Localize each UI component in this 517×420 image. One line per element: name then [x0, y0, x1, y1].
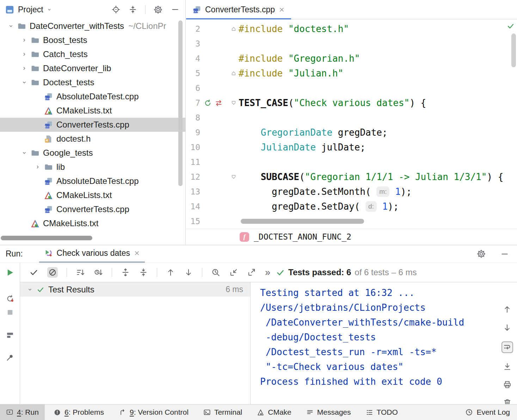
breadcrumb-function-name[interactable]: _DOCTEST_ANON_FUNC_2 — [254, 232, 351, 241]
tree-item-label: Catch_tests — [43, 49, 88, 59]
import-test-results-icon[interactable] — [229, 268, 238, 277]
statusbar-item-terminal[interactable]: Terminal — [197, 404, 248, 420]
code-text[interactable]: #include "Julian.h" — [239, 66, 517, 81]
statusbar-item-problems[interactable]: 6: Problems — [48, 404, 110, 420]
fold-marker-icon[interactable] — [231, 100, 236, 105]
tree-item[interactable]: Boost_tests — [0, 33, 185, 47]
tree-item[interactable]: Catch_tests — [0, 47, 185, 61]
tree-item[interactable]: lib — [0, 160, 185, 174]
statusbar-item-versioncontrol[interactable]: 9: Version Control — [113, 404, 195, 420]
statusbar-item-messages[interactable]: Messages — [300, 404, 357, 420]
chevron-right-icon[interactable] — [35, 164, 41, 170]
project-panel-header: Project — [0, 0, 185, 19]
stop-icon[interactable] — [6, 308, 14, 317]
next-occurrence-icon[interactable] — [184, 268, 193, 277]
tree-item[interactable]: Google_tests — [0, 146, 185, 160]
code-text[interactable]: JulianDate julDate; — [239, 140, 517, 155]
test-history-icon[interactable] — [211, 268, 220, 277]
code-text[interactable] — [239, 36, 517, 51]
tree-item[interactable]: C++ConverterTests.cpp — [0, 202, 185, 216]
project-horizontal-scrollbar[interactable] — [1, 236, 92, 240]
run-panel-header: Run: Check various dates — [0, 245, 517, 263]
code-text[interactable] — [239, 155, 517, 169]
rerun-icon[interactable] — [5, 268, 15, 277]
sort-by-duration-icon[interactable] — [94, 268, 103, 277]
code-text[interactable] — [239, 81, 517, 95]
tree-item[interactable]: DateConverter_lib — [0, 61, 185, 75]
options-gear-icon[interactable] — [153, 5, 163, 14]
close-tab-icon[interactable] — [279, 7, 285, 13]
scroll-up-icon[interactable] — [503, 305, 512, 314]
tree-item[interactable]: Hdoctest.h — [0, 132, 185, 146]
editor-tab-convertertests[interactable]: C++ ConverterTests.cpp — [186, 0, 291, 19]
tree-item-label: AbsoluteDateTest.cpp — [56, 176, 139, 186]
collapse-all-icon[interactable] — [139, 268, 148, 277]
rerun-failed-tests-icon[interactable] — [6, 294, 14, 303]
console-output[interactable]: Testing started at 16:32 .../Users/jetbr… — [251, 282, 497, 404]
pin-tab-icon[interactable] — [6, 353, 14, 362]
fold-marker-icon[interactable] — [231, 174, 236, 179]
tree-item[interactable]: C++AbsoluteDateTest.cpp — [0, 89, 185, 104]
statusbar-item-todo[interactable]: TODO — [360, 404, 404, 420]
restore-layout-icon[interactable] — [6, 331, 14, 340]
code-line: 12 SUBCASE("Gregorian 1/1/1 -> Julian 1/… — [186, 169, 517, 184]
code-text[interactable]: TEST_CASE("Check various dates") { — [239, 95, 517, 110]
tree-item[interactable]: C++AbsoluteDateTest.cpp — [0, 174, 185, 188]
test-results-row[interactable]: Test Results 6 ms — [20, 282, 250, 297]
soft-wrap-icon[interactable] — [501, 341, 513, 353]
filter-ignored-icon[interactable] — [48, 268, 57, 277]
export-test-results-icon[interactable] — [247, 268, 256, 277]
run-test-gutter-icon[interactable] — [204, 99, 212, 107]
tree-item[interactable]: C++ConverterTests.cpp — [0, 118, 185, 132]
run-settings-gear-icon[interactable] — [476, 249, 486, 259]
tree-item[interactable]: DateConverter_withTests~/CLionPr — [0, 19, 185, 33]
editor-vertical-scrollbar[interactable] — [511, 33, 516, 67]
previous-occurrence-icon[interactable] — [166, 268, 175, 277]
tree-item[interactable]: CMakeLists.txt — [0, 188, 185, 202]
inspections-ok-icon[interactable] — [507, 22, 515, 30]
sort-alphabetically-icon[interactable] — [76, 268, 85, 277]
run-config-tab[interactable]: Check various dates — [39, 245, 145, 263]
code-text[interactable]: SUBCASE("Gregorian 1/1/1 -> Julian 1/3/1… — [239, 169, 517, 184]
scroll-down-icon[interactable] — [503, 323, 512, 332]
hide-run-panel-icon[interactable] — [500, 249, 509, 259]
chevron-right-icon[interactable] — [21, 37, 27, 43]
code-text[interactable]: gregDate.SetMonth( m: 1); — [239, 184, 517, 199]
editor-horizontal-scrollbar[interactable] — [241, 219, 364, 224]
chevron-down-icon[interactable] — [8, 23, 14, 29]
code-text[interactable]: GregorianDate gregDate; — [239, 125, 517, 140]
statusbar-item-run[interactable]: 4: Run — [0, 404, 45, 420]
code-editor[interactable]: 2#include "doctest.h"34#include "Gregori… — [186, 19, 517, 229]
chevron-right-icon[interactable] — [21, 66, 27, 71]
chevron-down-icon[interactable] — [21, 150, 27, 156]
select-opened-file-icon[interactable] — [111, 5, 121, 14]
expand-all-icon[interactable] — [121, 268, 130, 277]
run-tool-window: Run: Check various dates » Tests passed:… — [0, 245, 517, 404]
collapse-all-icon[interactable] — [128, 5, 137, 14]
tree-item[interactable]: CMakeLists.txt — [0, 104, 185, 118]
chevron-right-icon[interactable] — [21, 51, 27, 57]
project-vertical-scrollbar[interactable] — [178, 20, 183, 186]
more-icon[interactable]: » — [265, 268, 270, 277]
print-icon[interactable] — [503, 380, 512, 389]
chevron-down-icon[interactable] — [27, 287, 33, 292]
tree-item[interactable]: CMakeLists.txt — [0, 216, 185, 230]
fold-marker-icon[interactable] — [231, 26, 236, 31]
code-text[interactable] — [239, 110, 517, 125]
scroll-to-end-icon[interactable] — [503, 362, 512, 371]
code-text[interactable]: #include "doctest.h" — [239, 21, 517, 36]
chevron-down-icon[interactable] — [21, 80, 27, 85]
code-text[interactable]: #include "Gregorian.h" — [239, 51, 517, 66]
hide-panel-icon[interactable] — [171, 5, 180, 14]
code-text[interactable]: gregDate.SetDay( d: 1); — [239, 199, 517, 214]
project-view-chevron-icon[interactable] — [47, 7, 52, 12]
cmake-icon — [44, 106, 53, 115]
rerun-test-gutter-icon[interactable] — [215, 99, 223, 107]
statusbar-event-log[interactable]: Event Log — [458, 404, 517, 420]
close-run-tab-icon[interactable] — [134, 250, 140, 256]
filter-passed-icon[interactable] — [29, 268, 38, 277]
fold-marker-icon[interactable] — [231, 71, 236, 76]
statusbar-item-cmake[interactable]: CMake — [251, 404, 297, 420]
project-view-title[interactable]: Project — [18, 5, 43, 14]
tree-item[interactable]: Doctest_tests — [0, 75, 185, 89]
